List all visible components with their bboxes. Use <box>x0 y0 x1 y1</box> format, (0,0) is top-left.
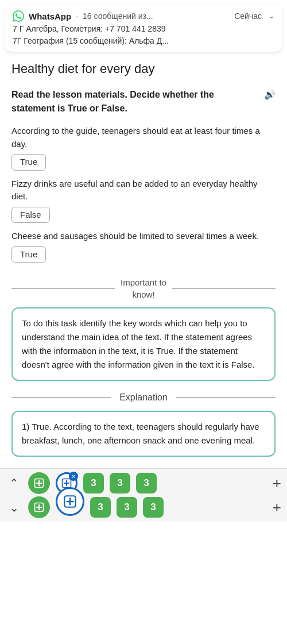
green-icon-btn-1[interactable] <box>28 472 50 494</box>
explanation-line-left <box>11 397 111 398</box>
x-badge: ✕ <box>69 472 78 481</box>
statement-3: Cheese and sausages should be limited to… <box>11 230 276 263</box>
explanation-box: 1) True. According to the text, teenager… <box>11 411 276 457</box>
lesson-instruction: Read the lesson materials. Decide whethe… <box>11 88 276 115</box>
notif-line1: 7 Г Алгебра, Геометрия: +7 701 441 2839 <box>13 23 274 35</box>
explanation-label: Explanation <box>119 392 168 403</box>
divider-line-left <box>11 288 115 289</box>
answer-badge-3: True <box>11 246 46 263</box>
toolbar-row-2: ⌃ 3 3 3 + <box>6 496 281 518</box>
answer-badge-2: False <box>11 207 50 223</box>
main-content: Healthy diet for every day Read the less… <box>0 52 287 468</box>
notif-count: 16 сообщений из... <box>83 11 153 21</box>
statement-2: Fizzy drinks are useful and can be added… <box>11 178 276 223</box>
num-badge-1[interactable]: 3 <box>83 473 104 493</box>
num-badge-4[interactable]: 3 <box>90 497 111 518</box>
instruction-text: Read the lesson materials. Decide whethe… <box>11 88 258 115</box>
plus-btn-1[interactable]: + <box>273 475 281 492</box>
num-badge-3[interactable]: 3 <box>136 473 157 493</box>
green-icon-btn-2[interactable] <box>28 496 50 518</box>
notif-app-name: WhatsApp <box>29 11 71 21</box>
num-badge-5[interactable]: 3 <box>117 497 137 518</box>
notif-line2: 7Г География (15 сообщений): Альфа Д... <box>13 35 274 47</box>
speaker-icon[interactable]: 🔊 <box>264 88 276 102</box>
page-title: Healthy diet for every day <box>11 61 276 76</box>
answer-badge-1: True <box>11 154 46 171</box>
notification-top-row: WhatsApp · 16 сообщений из... Сейчас ⌄ <box>13 10 274 22</box>
notification-lines: 7 Г Алгебра, Геометрия: +7 701 441 2839 … <box>13 23 274 47</box>
chevron-up-btn[interactable]: ⌃ <box>6 475 22 491</box>
whatsapp-icon <box>13 10 24 22</box>
chevron-down-icon: ⌄ <box>269 12 274 20</box>
num-badge-6[interactable]: 3 <box>143 497 164 518</box>
statement-1: According to the guide, teenagers should… <box>11 125 276 171</box>
explanation-line-right <box>176 397 276 398</box>
blue-icon-btn-2[interactable] <box>56 487 84 516</box>
toolbar-row-1: ⌃ ✕ 3 3 3 + <box>6 472 281 494</box>
important-label: Important to know! <box>121 276 166 300</box>
divider-line-right <box>172 288 276 289</box>
important-divider: Important to know! <box>11 276 276 300</box>
plus-btn-2[interactable]: + <box>273 499 281 516</box>
num-badge-2[interactable]: 3 <box>110 473 130 493</box>
bottom-toolbar: ⌃ ✕ 3 3 3 + ⌃ <box>0 468 287 522</box>
explanation-divider: Explanation <box>11 392 276 403</box>
statement-2-text: Fizzy drinks are useful and can be added… <box>11 178 276 203</box>
statement-3-text: Cheese and sausages should be limited to… <box>11 230 259 243</box>
chevron-down-btn[interactable]: ⌃ <box>6 499 22 515</box>
notif-dot: · <box>76 11 78 21</box>
notification-bar[interactable]: WhatsApp · 16 сообщений из... Сейчас ⌄ 7… <box>5 5 282 52</box>
notif-time: Сейчас <box>234 11 262 21</box>
info-box: To do this task identify the key words w… <box>11 307 276 381</box>
explanation-text: 1) True. According to the text, teenager… <box>22 422 259 445</box>
statement-1-text: According to the guide, teenagers should… <box>11 125 276 151</box>
info-box-text: To do this task identify the key words w… <box>22 318 255 369</box>
